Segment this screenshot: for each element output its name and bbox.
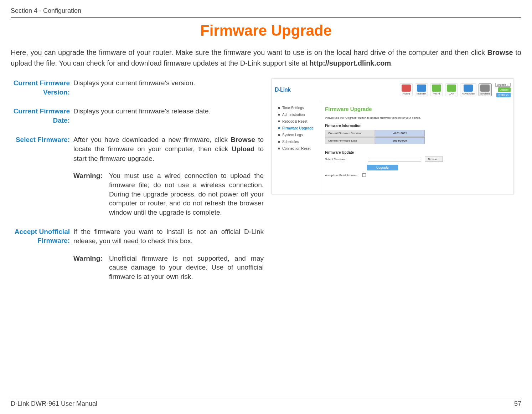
label-current-date: Current Firmware Date: (11, 107, 70, 125)
bullet-icon (278, 114, 280, 116)
row-accept-unofficial: Accept Unofficial Firmware: If the firmw… (11, 227, 264, 281)
ui-topbar: D-Link HomeInternetWi-FiLANAdvancedSyste… (272, 79, 513, 101)
warning-text: Unofficial firmware is not supported, an… (109, 254, 264, 281)
footer-page-number: 57 (514, 400, 521, 408)
desc-text: After you have downloaded a new firmware… (73, 136, 231, 143)
advanced-icon (464, 85, 473, 92)
bullet-icon (278, 134, 280, 136)
sidebar-item-label: Schedules (282, 140, 299, 144)
accept-unofficial-row: Accept unofficial firmware (325, 173, 507, 177)
nav-item-lan[interactable]: LAN (445, 83, 458, 96)
accept-unofficial-checkbox[interactable] (362, 173, 366, 177)
nav-label: LAN (449, 92, 454, 95)
warning-label: Warning: (73, 254, 105, 281)
nav-label: Wi-Fi (433, 92, 440, 95)
nav-label: System (480, 92, 490, 95)
sidebar-item-system-logs[interactable]: System Logs (278, 133, 319, 137)
firmware-file-input[interactable] (368, 157, 421, 162)
bullet-icon (278, 121, 280, 122)
intro-text: . (391, 59, 393, 67)
row-current-date: Current Firmware Date: Displays your cur… (11, 107, 264, 125)
info-key-date: Current Firmware Date (325, 137, 375, 144)
select-firmware-row: Select Firmware Browse... (325, 157, 507, 162)
footer-manual-name: D-Link DWR-961 User Manual (11, 400, 97, 408)
page-footer: D-Link DWR-961 User Manual 57 (11, 397, 521, 408)
label-select-firmware: Select Firmware: (11, 135, 70, 217)
desc-bold-browse: Browse (231, 136, 255, 143)
sidebar-item-reboot-reset[interactable]: Reboot & Reset (278, 119, 319, 123)
home-icon (402, 85, 411, 92)
nav-icons: HomeInternetWi-FiLANAdvancedSystem (400, 83, 491, 96)
wi-fi-icon (432, 85, 441, 92)
bullet-icon (278, 127, 280, 129)
section-firmware-info-title: Firmware Information (325, 124, 507, 128)
internet-icon (417, 85, 426, 92)
info-value-version: v0.01.0001 (375, 130, 425, 137)
desc-text: If the firmware you want to install is n… (73, 228, 264, 245)
ui-main-panel: Firmware Upgrade Please use the "Upgrade… (322, 101, 513, 194)
sidebar-item-schedules[interactable]: Schedules (278, 140, 319, 144)
section-firmware-update-title: Firmware Update (325, 150, 507, 154)
section-label: Section 4 - Configuration (11, 7, 81, 15)
sidebar-item-label: Time Settings (282, 106, 304, 110)
intro-browse-bold: Browse (487, 48, 513, 56)
nav-item-system[interactable]: System (479, 83, 492, 96)
language-select[interactable]: English ⌄ (495, 83, 511, 87)
sidebar-item-label: Reboot & Reset (282, 119, 308, 123)
refresh-button[interactable]: Refresh (496, 93, 511, 97)
sidebar-item-label: Firmware Upgrade (282, 126, 314, 130)
ui-sidebar: Time SettingsAdministrationReboot & Rese… (272, 101, 322, 194)
upgrade-button[interactable]: Upgrade (367, 165, 398, 170)
sidebar-item-label: Administration (282, 113, 305, 117)
desc-bold-upload: Upload (232, 145, 254, 153)
sidebar-item-administration[interactable]: Administration (278, 113, 319, 117)
bullet-icon (278, 148, 280, 149)
sidebar-item-label: System Logs (282, 133, 303, 137)
ui-body: Time SettingsAdministrationReboot & Rese… (272, 101, 513, 194)
nav-item-internet[interactable]: Internet (415, 83, 428, 96)
warning-block-select-firmware: Warning: You must use a wired connection… (73, 171, 264, 217)
nav-item-advanced[interactable]: Advanced (460, 83, 476, 96)
panel-title: Firmware Upgrade (325, 106, 507, 112)
nav-item-wi-fi[interactable]: Wi-Fi (430, 83, 443, 96)
browse-button[interactable]: Browse... (425, 157, 443, 162)
intro-text: Here, you can upgrade the firmware of yo… (11, 48, 487, 56)
intro-paragraph: Here, you can upgrade the firmware of yo… (11, 47, 521, 68)
language-value: English (497, 83, 506, 86)
select-firmware-label: Select Firmware (325, 158, 364, 161)
dlink-logo: D-Link (275, 87, 290, 93)
desc-current-version: Displays your current firmware's version… (73, 78, 264, 97)
logout-button[interactable]: Logout (498, 87, 511, 92)
lan-icon (447, 85, 456, 92)
accept-unofficial-label: Accept unofficial firmware (325, 174, 357, 177)
label-accept-unofficial: Accept Unofficial Firmware: (11, 227, 70, 281)
system-icon (480, 85, 490, 92)
sidebar-item-time-settings[interactable]: Time Settings (278, 106, 319, 110)
desc-current-date: Displays your current firmware's release… (73, 107, 264, 125)
desc-select-firmware: After you have downloaded a new firmware… (73, 135, 264, 217)
label-current-version: Current Firmware Version: (11, 78, 70, 97)
info-value-date: 2014/09/09 (375, 137, 425, 144)
sidebar-item-connection-reset[interactable]: Connection Reset (278, 147, 319, 150)
intro-url-bold: http://support.dlink.com (309, 59, 391, 67)
info-row-version: Current Firmware Version v0.01.0001 (325, 130, 507, 137)
definitions-column: Current Firmware Version: Displays your … (11, 78, 264, 281)
info-row-date: Current Firmware Date 2014/09/09 (325, 137, 507, 144)
sidebar-item-firmware-upgrade[interactable]: Firmware Upgrade (278, 126, 319, 130)
firmware-update-block: Firmware Update Select Firmware Browse..… (325, 150, 507, 177)
nav-label: Advanced (462, 92, 475, 95)
sidebar-item-label: Connection Reset (282, 147, 311, 150)
nav-label: Home (402, 92, 410, 95)
row-select-firmware: Select Firmware: After you have download… (11, 135, 264, 217)
nav-label: Internet (417, 92, 426, 95)
nav-item-home[interactable]: Home (400, 83, 413, 96)
info-key-version: Current Firmware Version (325, 130, 375, 137)
router-ui-screenshot: D-Link HomeInternetWi-FiLANAdvancedSyste… (272, 78, 514, 194)
warning-label: Warning: (73, 171, 105, 217)
warning-block-accept-unofficial: Warning: Unofficial firmware is not supp… (73, 254, 264, 281)
lang-logout-group: English ⌄ Logout Refresh (495, 83, 511, 97)
content-area: Current Firmware Version: Displays your … (11, 78, 521, 281)
page-header: Section 4 - Configuration (11, 7, 521, 18)
bullet-icon (278, 141, 280, 143)
page-title: Firmware Upgrade (11, 22, 521, 39)
